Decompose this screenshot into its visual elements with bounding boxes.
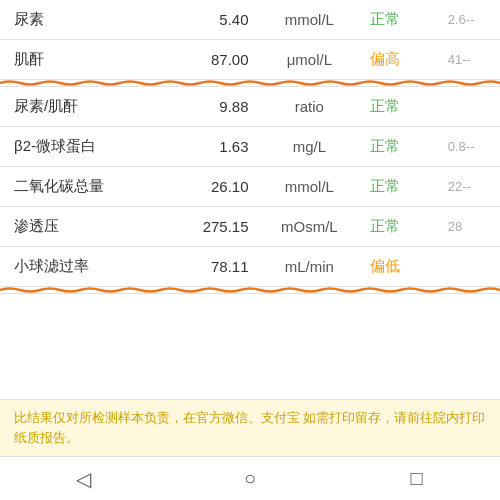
table-row: 肌酐 87.00 μmol/L 偏高 41-- [0,40,500,80]
row-range: 41-- [440,40,500,80]
row-unit: mmol/L [257,0,363,40]
results-table: 尿素 5.40 mmol/L 正常 2.6-- 肌酐 87.00 μmol/L … [0,0,500,294]
row-value: 26.10 [158,167,257,207]
table-row: 小球滤过率 78.11 mL/min 偏低 [0,247,500,287]
row-status: 正常 [362,0,440,40]
row-value: 275.15 [158,207,257,247]
row-value: 78.11 [158,247,257,287]
row-status: 正常 [362,167,440,207]
wave-divider [0,80,500,87]
table-row: 渗透压 275.15 mOsm/L 正常 28 [0,207,500,247]
home-button[interactable]: ○ [225,457,275,501]
row-range: 0.8-- [440,127,500,167]
nav-bar: ◁ ○ □ [0,456,500,500]
row-name: β2-微球蛋白 [0,127,158,167]
row-range: 28 [440,207,500,247]
row-unit: mmol/L [257,167,363,207]
back-button[interactable]: ◁ [58,457,108,501]
table-row: 尿素 5.40 mmol/L 正常 2.6-- [0,0,500,40]
row-range [440,87,500,127]
table-row: 尿素/肌酐 9.88 ratio 正常 [0,87,500,127]
disclaimer-text: 比结果仅对所检测样本负责，在官方微信、支付宝 如需打印留存，请前往院内打印纸质报… [0,399,500,456]
row-unit: ratio [257,87,363,127]
row-name: 肌酐 [0,40,158,80]
row-name: 二氧化碳总量 [0,167,158,207]
row-unit: mOsm/L [257,207,363,247]
row-status: 正常 [362,207,440,247]
row-name: 小球滤过率 [0,247,158,287]
wave-divider [0,287,500,294]
row-name: 尿素 [0,0,158,40]
row-value: 1.63 [158,127,257,167]
row-status: 偏高 [362,40,440,80]
row-status: 偏低 [362,247,440,287]
row-value: 87.00 [158,40,257,80]
row-value: 5.40 [158,0,257,40]
recent-button[interactable]: □ [392,457,442,501]
row-status: 正常 [362,127,440,167]
row-unit: mL/min [257,247,363,287]
row-range: 22-- [440,167,500,207]
row-name: 渗透压 [0,207,158,247]
table-row: 二氧化碳总量 26.10 mmol/L 正常 22-- [0,167,500,207]
row-name: 尿素/肌酐 [0,87,158,127]
row-status: 正常 [362,87,440,127]
screen: 尿素 5.40 mmol/L 正常 2.6-- 肌酐 87.00 μmol/L … [0,0,500,500]
table-row: β2-微球蛋白 1.63 mg/L 正常 0.8-- [0,127,500,167]
row-unit: μmol/L [257,40,363,80]
row-unit: mg/L [257,127,363,167]
row-value: 9.88 [158,87,257,127]
row-range: 2.6-- [440,0,500,40]
row-range [440,247,500,287]
table-area: 尿素 5.40 mmol/L 正常 2.6-- 肌酐 87.00 μmol/L … [0,0,500,399]
